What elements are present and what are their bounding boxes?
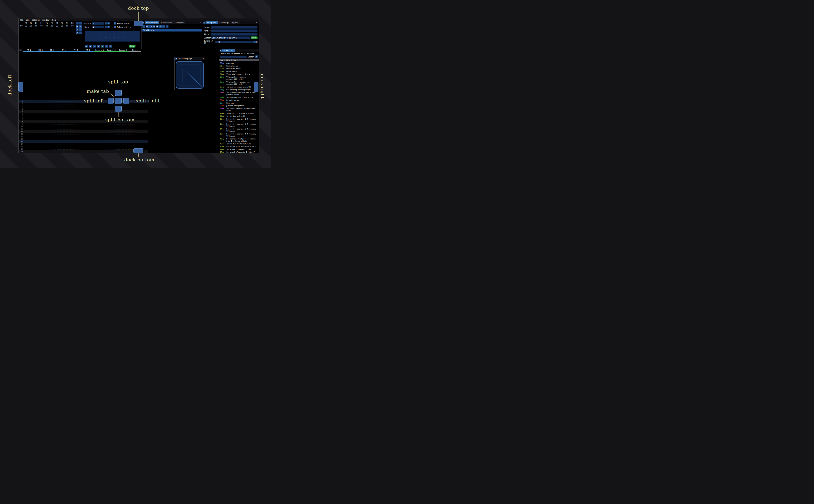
pattern-cell[interactable]: ... .. .. .... <box>47 118 59 120</box>
menu-settings[interactable]: settings <box>32 19 40 21</box>
delete-instrument-button[interactable]: ✕ <box>166 25 168 28</box>
effect-row-06xy[interactable]: 06xyVolume slide + portamento (compatibi… <box>219 81 259 85</box>
pattern-cell[interactable]: ... .. .. .... <box>130 146 142 147</box>
pattern-cell[interactable]: ... .. .. .... <box>36 108 47 110</box>
pattern-cell[interactable]: ... .. .. .... <box>83 133 95 135</box>
play-from-cursor-button[interactable]: ◉ <box>89 45 92 48</box>
pattern-cell[interactable]: ... .. .. .... <box>95 126 106 127</box>
step-decrease-button[interactable]: − <box>105 26 107 28</box>
pattern-row-18[interactable]: 18... .. .. ....... .. .. ....... .. .. … <box>19 145 148 148</box>
pattern-cell[interactable]: ... .. .. .... <box>83 116 95 117</box>
menu-edit[interactable]: edit <box>26 19 29 21</box>
pattern-cell[interactable]: ... .. .. .... <box>59 128 71 130</box>
pattern-cell[interactable]: ... .. .. .... <box>130 131 142 132</box>
pattern-cell[interactable]: ... .. .. .... <box>24 146 36 147</box>
pattern-cell[interactable]: ... .. .. .... <box>36 106 47 107</box>
pattern-cell[interactable]: ... .. .. .... <box>24 123 36 125</box>
pattern-cell[interactable]: ... .. .. .... <box>130 141 142 142</box>
order-value-F1[interactable]: 00 <box>23 25 29 27</box>
pattern-cell[interactable]: ... .. .. .... <box>106 131 118 132</box>
order-value-F6[interactable]: 00 <box>49 25 54 27</box>
effect-row-13xx[interactable]: 13xxSet level of operator 2 (0 highest, … <box>219 123 259 127</box>
channel-header-fm-1[interactable]: FM 1 <box>23 49 35 52</box>
tab-wavetables[interactable]: Wavetables <box>160 21 174 24</box>
instrument-list-item[interactable]: - None - <box>142 29 202 32</box>
repeat-pattern-button[interactable]: ↻ <box>109 45 112 48</box>
dock-target-split-left[interactable] <box>108 98 114 104</box>
pattern-cell[interactable]: ... .. .. .... <box>24 148 36 150</box>
effect-row-0Dxx[interactable]: 0DxxJump to next pattern <box>219 104 259 107</box>
octave-input[interactable]: 3 <box>92 22 104 25</box>
effect-row-17xx[interactable]: 17xxToggle PCM mode (LEGACY) <box>219 142 259 145</box>
pattern-cell[interactable]: ... .. .. .... <box>47 143 59 145</box>
pattern-cell[interactable]: ... .. .. .... <box>106 146 118 147</box>
pattern-cell[interactable]: ... .. .. .... <box>47 146 59 147</box>
dock-target-bottom[interactable] <box>133 148 143 153</box>
pattern-cell[interactable]: ... .. .. .... <box>83 111 95 112</box>
close-icon[interactable]: × <box>200 22 201 24</box>
pattern-cell[interactable]: ... .. .. .... <box>59 103 71 105</box>
pattern-cell[interactable]: ... .. .. .... <box>59 108 71 110</box>
pattern-cell[interactable]: ... .. .. .... <box>47 101 59 102</box>
tab-instruments[interactable]: Instruments <box>145 21 159 24</box>
pattern-cell[interactable]: ... .. .. .... <box>95 148 106 150</box>
pattern-cell[interactable]: ... .. .. .... <box>118 126 130 127</box>
note-preview-area[interactable] <box>85 31 140 42</box>
effect-row-10xy[interactable]: 10xySetup LFO (x: enable; y: speed) <box>219 112 259 115</box>
dock-target-left[interactable] <box>18 82 23 92</box>
pattern-cell[interactable]: ... .. .. .... <box>59 141 71 142</box>
pattern-cell[interactable]: ... .. .. .... <box>95 141 106 142</box>
pattern-cell[interactable]: ... .. .. .... <box>24 108 36 110</box>
pattern-cell[interactable]: ... .. .. .... <box>83 106 95 107</box>
pattern-row-15[interactable]: 15... .. .. ....... .. .. ....... .. .. … <box>19 138 148 140</box>
pattern-cell[interactable]: ... .. .. .... <box>47 141 59 142</box>
effect-row-0Cxx[interactable]: 0CxxRetrigger <box>219 102 259 104</box>
pattern-cell[interactable]: ... .. .. .... <box>59 123 71 125</box>
pattern-cell[interactable]: ... .. .. .... <box>71 136 83 137</box>
pattern-cell[interactable]: ... .. .. .... <box>106 138 118 140</box>
pattern-cell[interactable]: ... .. .. .... <box>130 136 142 137</box>
pattern-cell[interactable]: ... .. .. .... <box>118 151 130 152</box>
effect-row-0Axy[interactable]: 0AxyVolume slide (0y: down; x0: up) <box>219 96 259 99</box>
dock-target-right[interactable] <box>254 82 258 92</box>
pattern-cell[interactable]: ... .. .. .... <box>36 111 47 112</box>
pattern-cell[interactable]: ... .. .. .... <box>118 148 130 150</box>
remove-order-button[interactable]: − <box>79 22 82 25</box>
pattern-cell[interactable]: ... .. .. .... <box>47 106 59 107</box>
octave-decrease-button[interactable]: − <box>105 22 107 25</box>
pattern-cell[interactable]: ... .. .. .... <box>95 108 106 110</box>
effect-row-08xy[interactable]: 08xySet panning (x: left; y: right) <box>219 88 259 91</box>
pattern-row-17[interactable]: 17... .. .. ....... .. .. ....... .. .. … <box>19 143 148 145</box>
pattern-row-3[interactable]: 3... .. .. ....... .. .. ....... .. .. .… <box>19 108 148 110</box>
pattern-cell[interactable]: ... .. .. .... <box>95 138 106 140</box>
pattern-cell[interactable]: ... .. .. .... <box>83 126 95 127</box>
order-value-S1[interactable]: 00 <box>54 25 60 27</box>
pattern-cell[interactable]: ... .. .. .... <box>59 116 71 117</box>
pattern-row-10[interactable]: 10... .. .. ....... .. .. ....... .. .. … <box>19 125 148 128</box>
pattern-cell[interactable]: ... .. .. .... <box>59 146 71 147</box>
effect-row-1Bxx[interactable]: 1BxxSet attack of operator 2 (0 to 1F) <box>219 151 259 153</box>
pattern-row-20[interactable]: 20... .. .. ....... .. .. ....... .. .. … <box>19 150 148 153</box>
pattern-cell[interactable]: ... .. .. .... <box>59 133 71 135</box>
pattern-cell[interactable]: ... .. .. .... <box>106 123 118 125</box>
order-value-F5[interactable]: 00 <box>44 25 49 27</box>
pattern-cell[interactable]: ... .. .. .... <box>130 111 142 112</box>
pattern-row-14[interactable]: 14... .. .. ....... .. .. ....... .. .. … <box>19 135 148 138</box>
pattern-cell[interactable]: ... .. .. .... <box>59 136 71 137</box>
pattern-cell[interactable]: ... .. .. .... <box>83 128 95 130</box>
pattern-cell[interactable]: ... .. .. .... <box>47 148 59 150</box>
hamburger-icon[interactable]: ≡ <box>255 55 258 58</box>
pattern-cell[interactable]: ... .. .. .... <box>47 128 59 130</box>
pattern-cell[interactable]: ... .. .. .... <box>118 113 130 115</box>
pattern-cell[interactable]: ... .. .. .... <box>95 116 106 117</box>
pattern-cell[interactable]: ... .. .. .... <box>59 111 71 112</box>
pattern-cell[interactable]: ... .. .. .... <box>130 106 142 107</box>
effect-row-0Bxx[interactable]: 0BxxJump to pattern <box>219 99 259 102</box>
pattern-cell[interactable]: ... .. .. .... <box>118 128 130 130</box>
pattern-cell[interactable]: ... .. .. .... <box>71 116 83 117</box>
pattern-cell[interactable]: ... .. .. .... <box>59 126 71 127</box>
pattern-cell[interactable]: ... .. .. .... <box>71 101 83 102</box>
pattern-cell[interactable]: ... .. .. .... <box>95 143 106 145</box>
dock-target-top[interactable] <box>134 21 143 26</box>
pattern-cell[interactable]: ... .. .. .... <box>24 151 36 152</box>
